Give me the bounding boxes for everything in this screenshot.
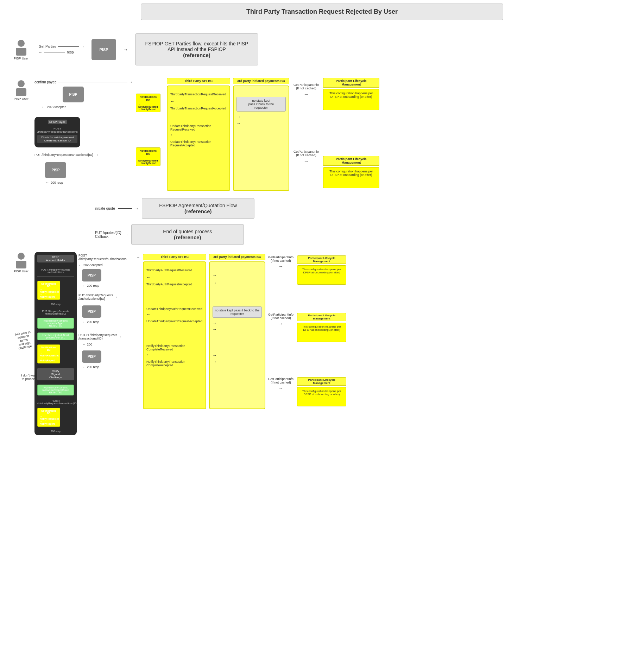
payments-col-body-1: no state keptpass it back to therequeste… xyxy=(233,86,289,191)
plm-box-2: Participant LifecycleManagement This con… xyxy=(323,156,379,188)
svg-rect-3 xyxy=(16,88,26,96)
pisp-box-2: PISP xyxy=(63,87,84,102)
pisp-user-label-2: PISP User xyxy=(14,97,29,101)
dfsp-account-holder-device: DFSPAccount Holder POST /thirdpartyReque… xyxy=(34,252,77,435)
dfsp-payee-device: DFSP Payee POST /thirdpartyRequests/tran… xyxy=(34,117,80,147)
200-resp-auth-2: 200 resp xyxy=(87,320,99,324)
no-state-kept-note-2: no state kept pass it back to the reques… xyxy=(213,306,262,318)
get-participant-info-auth-2: GetParticipantInfo(If not cached) xyxy=(268,313,293,320)
put-auth-label: PUT /thirdpartyRequests/authorizations/{… xyxy=(78,293,113,300)
get-parties-section: PISP User Get Parties → ← resp PISP → FS… xyxy=(11,33,633,65)
pisp-box-auth-3: PISP xyxy=(82,350,101,363)
notif-bc-2: NotificationsBC → NotifyRequested → Noti… xyxy=(136,147,160,166)
tpapi-col-body-2: ThirdpartyAuthRequestReceived ← Thirdpar… xyxy=(143,261,206,409)
confirm-payee-label: confirm payee xyxy=(34,80,57,84)
svg-point-2 xyxy=(18,80,25,87)
200-resp-auth: 200 resp xyxy=(87,284,99,287)
page-title: Third Party Transaction Request Rejected… xyxy=(141,4,503,20)
initiate-quote-label: initiate quote xyxy=(95,207,115,210)
200-resp-label: 200 resp xyxy=(51,181,63,184)
svg-point-4 xyxy=(18,253,25,260)
notif-bc-device-1: Notifications BC → NotifyRequested → Not… xyxy=(37,281,60,300)
pisp-user-label-3: PISP User xyxy=(14,270,29,273)
payments-col-label-1: 3rd party initiated payments BC xyxy=(233,78,289,84)
tpapi-col-label-2: Third Party API BC xyxy=(143,254,206,260)
rejected-request-body-2: request body containstransactionRequestS… xyxy=(37,385,74,395)
plm-box-auth-2: Participant LifecycleManagement This con… xyxy=(297,313,346,342)
plm-box-1: Participant LifecycleManagement This con… xyxy=(323,78,379,110)
confirm-payee-section: PISP User confirm payee → PISP ← 202 Acc… xyxy=(11,76,633,191)
notif-bc-device-3: Notifications BC → NotifyRequested → Not… xyxy=(37,408,60,427)
user-rejected-note: User has rejected. Don't proceed with th… xyxy=(37,332,74,340)
ask-user-label: Ask user toagree to termsand sign challe… xyxy=(14,330,34,350)
agreement-ref-box: FSPIOP Agreement/Quotation Flow (referen… xyxy=(142,198,254,219)
plm-box-auth-3: Participant LifecycleManagement This con… xyxy=(297,377,346,406)
get-parties-ref-box: FSPIOP GET Parties flow, except hits the… xyxy=(135,33,258,65)
pisp-box-3: PISP xyxy=(45,162,66,178)
pisp-user-icon-2 xyxy=(14,80,28,97)
verify-signed-challenge: VerifySignedChallenge xyxy=(37,368,74,380)
plm-box-auth-1: Participant LifecycleManagement This con… xyxy=(297,255,346,285)
no-state-kept-note-1: no state keptpass it back to therequeste… xyxy=(236,97,286,112)
auth-section: PISP User DFSPAccount Holder POST /third… xyxy=(11,252,633,437)
notif-bc-device-2: Notifications BC → NotifyRequested → Not… xyxy=(37,344,60,363)
pisp-box-auth-1: PISP xyxy=(82,269,101,281)
notif-bc-1: NotificationsBC → NotifyRequested → Noti… xyxy=(136,94,160,112)
resp-label-top: resp xyxy=(67,50,74,54)
payments-col-label-2: 3rd party initiated payments BC xyxy=(209,254,265,260)
svg-rect-1 xyxy=(16,48,26,56)
tpapi-col-label-1: Third Party API BC xyxy=(167,78,230,84)
svg-rect-5 xyxy=(16,261,26,268)
svg-point-0 xyxy=(18,40,25,47)
pisp-user-label-top: PISP User xyxy=(14,57,29,60)
pisp-box-auth-2: PISP xyxy=(82,305,101,318)
tpapi-col-body-1: ThirdpartyTransactionRequestReceived ← T… xyxy=(167,86,230,191)
patch-transactions-label: PATCH /thirdpartyRequests/transactions/{… xyxy=(78,333,117,340)
200-resp-auth-3: 200 resp xyxy=(87,365,99,369)
get-participant-info-2: GetParticipantInfo(If not cached) xyxy=(293,150,319,157)
end-quotes-ref-box: End of quotes process (reference) xyxy=(131,224,244,245)
quotes-section: initiate quote → FSPIOP Agreement/Quotat… xyxy=(11,198,633,245)
accepted-202-auth: 202 Accepted xyxy=(83,263,103,267)
pisp-box-top: PISP xyxy=(91,39,116,60)
i-dont-want-label: I don't wantto proceed xyxy=(19,374,40,381)
payments-col-body-2: → → no state kept pass it back to the re… xyxy=(209,261,265,409)
get-participant-info-1: GetParticipantInfo(If not cached) xyxy=(293,83,319,90)
rejected-request-body-1: request body containsresponseType:REJECT… xyxy=(37,318,74,329)
200-patch: 200 xyxy=(87,343,92,346)
put-quotes-label: PUT /quotes/{ID} Callback xyxy=(95,231,121,239)
pisp-user-icon-3 xyxy=(14,252,28,270)
get-participant-info-auth-1: GetParticipantInfo(If not cached) xyxy=(268,255,293,262)
get-participant-info-auth-3: GetParticipantInfo(If not cached) xyxy=(268,377,293,384)
pisp-user-icon-top xyxy=(14,39,28,57)
put-transactions-label: PUT /thirdpartyRequests/transactions/{ID… xyxy=(34,153,93,157)
post-auth-label: POST /thirdpartyRequests/authorizations xyxy=(78,254,135,261)
accepted-202-label: 202 Accepted xyxy=(47,105,67,109)
get-parties-label: Get Parties xyxy=(39,45,56,49)
